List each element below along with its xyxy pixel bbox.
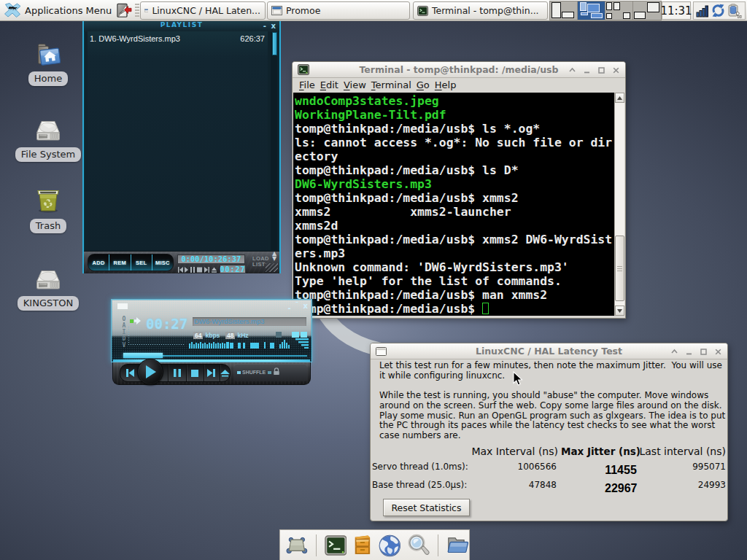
transport-buttons [120, 364, 231, 382]
playlist-scrollbar[interactable] [271, 32, 277, 250]
close-button[interactable] [611, 66, 621, 75]
shuffle-toggle[interactable]: SHUFFLE [242, 370, 266, 375]
minimize-button[interactable] [582, 66, 592, 75]
maximize-button[interactable] [597, 66, 606, 75]
show-desktop-icon[interactable] [286, 536, 308, 555]
workspace-4[interactable] [633, 1, 661, 20]
column-header-max-jitter: Max Jitter (ns) [561, 446, 640, 457]
column-header-last-interval: Last interval (ns) [639, 446, 726, 457]
terminal-line: wndoComp3states.jpeg [295, 94, 616, 108]
mini-transport-icons [178, 267, 217, 273]
pause-button[interactable] [169, 364, 186, 382]
playlist-scroll-arrows[interactable]: ▲▼ [272, 251, 276, 261]
terminal-menu-terminal[interactable]: Terminal [371, 79, 411, 90]
player-shade-button[interactable]: ¯ [295, 302, 299, 312]
terminal-menu-file[interactable]: File [299, 79, 315, 90]
playlist-mini-controls[interactable] [178, 266, 219, 273]
terminal-line: ls: cannot access *.og*: No such file or… [295, 136, 616, 149]
playlist-track-row[interactable]: 1. DW6-WyrdSisters.mp3 626:37 [90, 34, 266, 43]
workspace-1[interactable] [550, 1, 578, 20]
power-plug-icon[interactable] [727, 4, 743, 18]
close-button[interactable] [713, 347, 723, 357]
taskbar-button-label: LinuxCNC / HAL Laten... [152, 5, 260, 16]
pager-window-thumb [581, 12, 588, 15]
playlist-titlebar[interactable]: PLAYLIST - x [84, 21, 279, 32]
playlist-sel-button[interactable]: SEL [131, 254, 152, 271]
terminal-window: Terminal - tomp@thinkpad: /media/usb Fil… [292, 61, 626, 319]
network-signal-icon[interactable] [696, 4, 709, 18]
playlist-close-button[interactable]: x [271, 22, 276, 31]
workspace-pager[interactable] [549, 1, 662, 20]
minimize-button[interactable] [684, 347, 694, 357]
folder-icon[interactable] [446, 535, 469, 556]
play-button[interactable] [137, 359, 163, 385]
terminal-menu-view[interactable]: View [344, 79, 366, 90]
maximize-button[interactable] [699, 347, 708, 357]
player-title-buttons: - ¯ x [287, 302, 308, 312]
scroll-up-button[interactable] [615, 93, 624, 103]
desktop-icon-kingston[interactable]: KINGSTON [13, 265, 83, 311]
terminal-titlebar[interactable]: Terminal - tomp@thinkpad: /media/usb [293, 62, 625, 78]
display-dotted-line-h [128, 344, 185, 345]
terminal-line: tomp@thinkpad:/media/usb$ xmms2 DW6-Wyrd… [295, 233, 616, 246]
playlist-list[interactable]: 1. DW6-WyrdSisters.mp3 626:37 [88, 31, 268, 251]
reset-statistics-button[interactable]: Reset Statistics [383, 499, 470, 516]
terminal-screen[interactable]: wndoComp3states.jpegWorkingPlane-Tilt.pd… [293, 93, 616, 316]
terminal-line: DW6-WyrdSisters.mp3 [295, 177, 616, 191]
stop-button[interactable] [187, 364, 204, 382]
terminal-menu-edit[interactable]: Edit [320, 79, 338, 90]
desktop-icon-trash[interactable]: Trash [13, 188, 83, 233]
next-button[interactable] [204, 364, 220, 382]
shade-button[interactable] [568, 66, 577, 75]
file-cabinet-icon[interactable] [352, 534, 373, 557]
desktop-icon-label: File System [15, 147, 81, 162]
eject-button[interactable] [220, 364, 230, 382]
terminal-line: xmms2 xmms2-launcher [295, 205, 616, 219]
web-browser-icon[interactable] [379, 534, 401, 558]
playlist-add-button[interactable]: ADD [88, 254, 109, 271]
system-tray [693, 1, 746, 20]
playlist-title: PLAYLIST [160, 21, 204, 32]
playlist-minimize-button[interactable]: - [263, 22, 266, 31]
workspace-3[interactable] [605, 1, 633, 20]
playlist-resize-grip[interactable] [266, 263, 278, 272]
panel-separator-handle[interactable] [135, 4, 139, 17]
servo-last-interval: 995071 [692, 462, 726, 472]
pager-window-thumb [647, 2, 659, 12]
player-clutterbar[interactable]: OAIDV [121, 316, 127, 349]
dock-separator [438, 534, 438, 556]
playlist-misc-button[interactable]: MISC [152, 254, 173, 271]
applications-menu-button[interactable]: Applications Menu [0, 0, 116, 20]
terminal-line: tomp@thinkpad:/media/usb$ ls *.og* [295, 122, 616, 136]
desktop-icon-filesystem[interactable]: File System [13, 117, 83, 162]
repeat-lock-icon[interactable] [273, 368, 280, 376]
latency-body: Let this test run for a few minutes, the… [371, 360, 727, 520]
desktop-icon-home[interactable]: Home [13, 41, 83, 86]
terminal-menu-go[interactable]: Go [417, 79, 430, 90]
terminal-scrollbar[interactable] [614, 93, 624, 316]
shade-button[interactable] [670, 347, 679, 357]
scroll-down-button[interactable] [615, 306, 624, 316]
taskbar-button-terminal[interactable]: Terminal - tomp@thin... [413, 1, 548, 20]
taskbar-button-linuxcnc[interactable]: LinuxCNC / HAL Laten... [140, 1, 266, 20]
play-indicator-icon [134, 317, 141, 324]
playlist-time-display: 0:00/10:26:37 [177, 254, 245, 264]
playlist-bottom-bar: ADD REM SEL MISC 0:00/10:26:37 00:27 LOA… [84, 251, 279, 273]
player-time-display[interactable]: 00:27 [146, 315, 188, 332]
playlist-rem-button[interactable]: REM [109, 254, 131, 271]
player-close-button[interactable]: x [303, 303, 308, 312]
logout-button[interactable] [112, 0, 134, 20]
update-sync-icon[interactable] [711, 4, 725, 18]
scrollbar-thumb[interactable] [615, 236, 624, 301]
search-icon[interactable] [407, 534, 430, 557]
player-menu-button[interactable] [117, 303, 128, 309]
workspace-2-active[interactable] [578, 1, 605, 20]
terminal-icon[interactable] [325, 534, 347, 556]
playlist-scrollbar-thumb[interactable] [272, 32, 277, 55]
pager-window-thumb [591, 13, 603, 18]
terminal-menu-help[interactable]: Help [435, 79, 457, 90]
panel-clock[interactable]: 11:31 [662, 1, 691, 20]
taskbar-button-promoe[interactable]: Promoe [267, 1, 410, 20]
latency-titlebar[interactable]: LinuxCNC / HAL Latency Test [371, 343, 727, 359]
player-minimize-button[interactable]: - [287, 305, 290, 312]
